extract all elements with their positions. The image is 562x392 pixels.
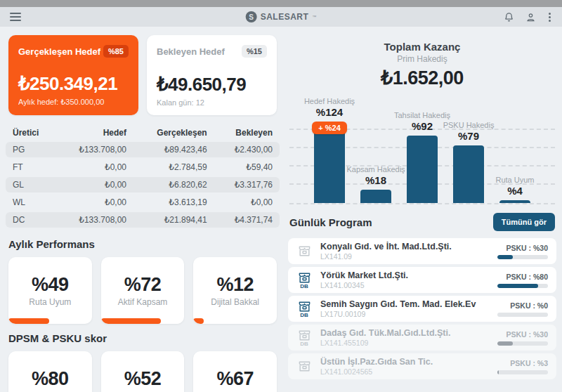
program-list-item[interactable]: DB Dadaş Gıd. Tük.Mal.Gıd.Ltd.Şti. LX141… [288, 325, 556, 351]
psku-progress-fill [497, 370, 499, 374]
gridline-0 [289, 203, 555, 204]
psku-label: PSKU : %0 [510, 301, 548, 310]
progress-bar [8, 318, 49, 324]
bar-psku-hakedis[interactable]: PSKU Hakediş %79 [447, 92, 490, 203]
col-header-uretici: Üretici [6, 126, 56, 140]
progress-bar [193, 318, 203, 324]
brand-trademark: ™ [312, 15, 316, 19]
cell: ₺133.708,00 [56, 212, 133, 228]
customer-code: LX17U.00109 [320, 310, 488, 318]
table-row[interactable]: FT₺0,00₺2.784,59₺59,40 [6, 159, 280, 175]
score-card-psku-skor[interactable]: %67 PSKU Skor [193, 351, 277, 392]
program-list-item[interactable]: DB Yörük Market Ltd.Şti. LX141.00345 PSK… [288, 267, 556, 293]
perf-value: %72 [124, 274, 162, 296]
bar [360, 190, 391, 203]
db-tag: DB [300, 341, 308, 347]
col-header-bekleyen: Bekleyen [214, 126, 280, 140]
dpsm-psku-title: DPSM & PSKU skor [8, 332, 277, 344]
col-header-hedef: Hedef [56, 126, 133, 140]
cell: ₺0,00 [214, 195, 280, 210]
pending-target-card[interactable]: Bekleyen Hedef %15 ₺49.650,79 Kalan gün:… [147, 35, 277, 115]
hakedis-bar-chart: Hedef Hakediş %124 + %24 Kapsam Hakediş … [289, 92, 555, 204]
total-earnings-title: Toplam Kazanç [288, 41, 556, 53]
bar-ruta-uyum[interactable]: Ruta Uyum %4 [493, 92, 537, 203]
cell: ₺2.784,59 [133, 159, 214, 175]
notifications-icon[interactable] [504, 12, 514, 22]
store-icon-db: DB [295, 300, 313, 318]
menu-icon[interactable] [10, 13, 21, 21]
program-list-item[interactable]: Konyalı Gıd. ve İht. Mad.Ltd.Şti. LX141.… [288, 238, 556, 264]
cell: ₺89.423,46 [133, 142, 214, 157]
cell: ₺3.317,76 [214, 177, 280, 192]
bar-category-label: Hedef Hakediş [304, 97, 355, 105]
more-options-icon[interactable] [547, 11, 552, 23]
realized-target-title: Gerçekleşen Hedef [18, 46, 100, 57]
customer-code: LX141.00345 [320, 281, 488, 289]
bar-value-label: %18 [365, 174, 386, 186]
daily-program-list: Konyalı Gıd. ve İht. Mad.Ltd.Şti. LX141.… [288, 238, 556, 379]
monthly-performance-title: Aylık Performans [8, 238, 277, 250]
pending-target-title: Bekleyen Hedef [157, 46, 225, 57]
bar-value-label: %4 [507, 185, 523, 197]
psku-progress-fill [497, 255, 513, 259]
store-icon [295, 360, 313, 373]
total-earnings-value: ₺1.652,00 [288, 67, 556, 89]
bar-kapsam-hakedis[interactable]: Kapsam Hakediş %18 [354, 92, 398, 203]
pending-target-value: ₺49.650,79 [157, 74, 267, 96]
customer-name: Semih Saygın Gıd. Tem. Mad. Elek.Ev [320, 299, 488, 309]
cell: ₺21.894,41 [133, 212, 214, 228]
perf-value: %12 [216, 274, 254, 296]
profile-icon[interactable] [525, 12, 536, 22]
table-row[interactable]: GL₺0,00₺6.820,62₺3.317,76 [6, 177, 280, 192]
realized-target-badge: %85 [103, 45, 129, 58]
customer-name: Dadaş Gıd. Tük.Mal.Gıd.Ltd.Şti. [320, 328, 488, 338]
bar [314, 130, 345, 203]
perf-card-ruta-uyum[interactable]: %49 Ruta Uyum [8, 257, 92, 324]
psku-label: PSKU : %3 [510, 359, 548, 367]
score-card-musteri-gorunurluk[interactable]: %80 Müşteri Görünürlük [8, 351, 92, 392]
realized-target-card[interactable]: Gerçekleşen Hedef %85 ₺250.349,21 Aylık … [8, 35, 138, 115]
table-row[interactable]: DC₺133.708,00₺21.894,41₺4.371,74 [6, 212, 280, 228]
perf-label: Dijital Bakkal [211, 297, 259, 307]
psku-progress-track [497, 341, 548, 346]
app-header: S SALESART ™ [0, 7, 562, 27]
bar-category-label: Kapsam Hakediş [346, 165, 405, 174]
score-value: %67 [216, 368, 254, 390]
bar-tahsilat-hakedis[interactable]: Tahsilat Hakediş %92 [400, 92, 444, 203]
store-icon-db: DB [295, 271, 313, 289]
cell: GL [6, 177, 56, 192]
psku-progress-track [497, 370, 548, 374]
brand-name: SALESART [261, 12, 309, 22]
psku-label: PSKU : %30 [506, 244, 548, 252]
table-row[interactable]: WL₺0,00₺3.613,19₺0,00 [6, 195, 280, 210]
col-header-gerceklesen: Gerçekleşen [133, 126, 214, 140]
perf-value: %49 [32, 274, 69, 296]
db-tag: DB [300, 313, 308, 318]
psku-progress-track [497, 255, 548, 259]
program-list-item[interactable]: DB Semih Saygın Gıd. Tem. Mad. Elek.Ev L… [288, 296, 556, 322]
store-icon-db: DB [295, 329, 313, 347]
progress-bar [101, 318, 161, 324]
customer-name: Konyalı Gıd. ve İht. Mad.Ltd.Şti. [320, 242, 488, 251]
customer-code: LX141.0024565 [320, 367, 488, 376]
cell: ₺133.708,00 [56, 142, 133, 157]
daily-program-title: Günlük Program [289, 216, 372, 228]
view-all-button[interactable]: Tümünü gör [493, 213, 555, 231]
bar-hedef-hakedis[interactable]: Hedef Hakediş %124 + %24 [308, 92, 351, 203]
cell: ₺0,00 [56, 159, 133, 175]
brand-s-icon: S [246, 11, 257, 22]
perf-label: Ruta Uyum [29, 297, 71, 307]
cell: ₺59,40 [214, 159, 280, 175]
program-list-item[interactable]: Üstün İşl.Paz.Gıda San Tic. LX141.002456… [288, 353, 556, 379]
db-tag: DB [300, 284, 308, 289]
bar [499, 200, 530, 203]
cell: ₺3.613,19 [133, 195, 214, 210]
perf-card-dijital-bakkal[interactable]: %12 Dijital Bakkal [193, 257, 277, 324]
score-card-anket-gorunurluk[interactable]: %52 Anket Görünürlük [101, 351, 185, 392]
bar-value-label: %124 [316, 106, 343, 118]
perf-card-aktif-kapsam[interactable]: %72 Aktif Kapsam [101, 257, 185, 324]
bar [407, 136, 438, 203]
overflow-badge: + %24 [312, 122, 347, 134]
table-row[interactable]: PG₺133.708,00₺89.423,46₺2.430,00 [6, 142, 280, 157]
realized-target-value: ₺250.349,21 [18, 73, 129, 95]
